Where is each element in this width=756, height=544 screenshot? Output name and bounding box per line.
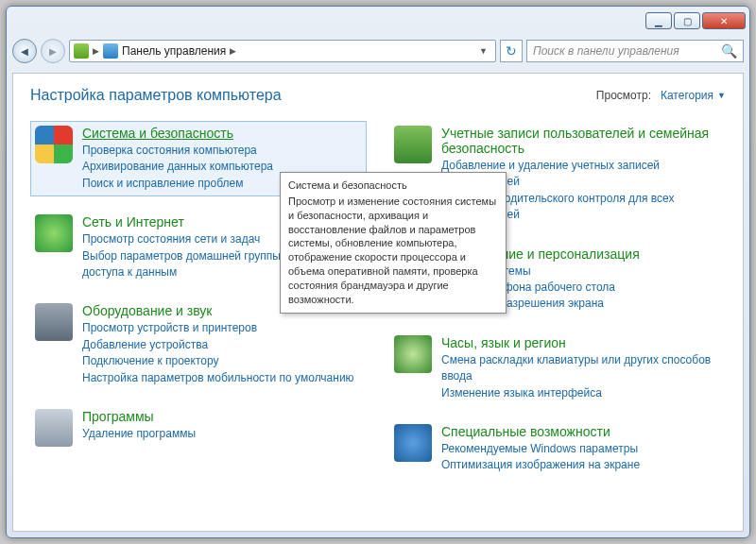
- back-button[interactable]: ◄: [12, 39, 37, 63]
- refresh-button[interactable]: ↻: [500, 40, 523, 62]
- tooltip: Система и безопасность Просмотр и измене…: [280, 172, 507, 314]
- chevron-down-icon: ▼: [717, 91, 726, 100]
- category-body: Специальные возможностиРекомендуемые Win…: [441, 424, 721, 474]
- titlebar: ▁ ▢ ✕: [7, 7, 749, 35]
- category-clock[interactable]: Часы, язык и регионСмена раскладки клави…: [389, 331, 726, 406]
- chevron-right-icon: ▶: [93, 46, 99, 56]
- view-selector: Просмотр: Категория ▼: [596, 89, 726, 102]
- category-link[interactable]: Добавление устройства: [82, 337, 362, 353]
- address-bar[interactable]: ▶ Панель управления ▶ ▼: [69, 40, 496, 62]
- category-title[interactable]: Сеть и Интернет: [82, 214, 184, 230]
- programs-icon: [35, 409, 73, 447]
- clock-icon: [394, 335, 432, 373]
- category-body: Часы, язык и регионСмена раскладки клави…: [441, 335, 721, 401]
- category-link[interactable]: Подключение к проектору: [82, 353, 362, 369]
- category-link[interactable]: Проверка состояния компьютера: [82, 143, 362, 159]
- system-security-icon: [35, 126, 73, 163]
- category-body: ПрограммыУдаление программы: [82, 409, 362, 447]
- search-icon[interactable]: 🔍: [721, 43, 737, 59]
- control-panel-window: ▁ ▢ ✕ ◄ ► ▶ Панель управления ▶ ▼ ↻ Поис…: [6, 6, 750, 538]
- category-title[interactable]: Специальные возможности: [441, 424, 610, 439]
- category-link[interactable]: Смена раскладки клавиатуры или других сп…: [441, 352, 721, 385]
- hardware-icon: [35, 303, 73, 341]
- search-input[interactable]: Поиск в панели управления 🔍: [526, 40, 744, 62]
- forward-button[interactable]: ►: [41, 39, 65, 63]
- system-icon: [74, 43, 89, 59]
- category-title[interactable]: Программы: [82, 409, 154, 424]
- content-area: Настройка параметров компьютера Просмотр…: [12, 73, 744, 532]
- category-link[interactable]: Изменение языка интерфейса: [441, 385, 721, 401]
- category-link[interactable]: Удаление программы: [82, 426, 362, 442]
- control-panel-icon: [103, 43, 118, 59]
- tooltip-body: Просмотр и изменение состояния системы и…: [288, 195, 498, 307]
- category-link[interactable]: Просмотр устройств и принтеров: [82, 320, 362, 336]
- category-title[interactable]: Система и безопасность: [82, 126, 233, 141]
- search-placeholder: Поиск в панели управления: [533, 44, 679, 58]
- category-title[interactable]: Учетные записи пользователей и семейная …: [441, 126, 721, 156]
- address-dropdown-icon[interactable]: ▼: [475, 46, 491, 56]
- chevron-right-icon[interactable]: ▶: [230, 46, 236, 56]
- category-link[interactable]: Рекомендуемые Windows параметры: [441, 441, 721, 457]
- category-access[interactable]: Специальные возможностиРекомендуемые Win…: [389, 419, 726, 479]
- view-dropdown[interactable]: Категория ▼: [661, 89, 726, 102]
- category-link[interactable]: Оптимизация изображения на экране: [441, 457, 721, 473]
- close-button[interactable]: ✕: [702, 12, 746, 29]
- category-programs[interactable]: ПрограммыУдаление программы: [30, 404, 367, 451]
- category-title[interactable]: Часы, язык и регион: [441, 335, 566, 350]
- page-title: Настройка параметров компьютера: [30, 87, 282, 104]
- view-value: Категория: [661, 89, 713, 102]
- header-row: Настройка параметров компьютера Просмотр…: [30, 87, 726, 104]
- category-link[interactable]: Настройка параметров мобильности по умол…: [82, 370, 362, 386]
- category-body: Оборудование и звукПросмотр устройств и …: [82, 303, 362, 386]
- users-icon: [394, 126, 432, 163]
- tooltip-title: Система и безопасность: [288, 178, 498, 193]
- network-icon: [35, 214, 73, 252]
- breadcrumb-text[interactable]: Панель управления: [122, 44, 226, 58]
- category-title[interactable]: Оборудование и звук: [82, 303, 213, 318]
- maximize-button[interactable]: ▢: [674, 12, 700, 29]
- navbar: ◄ ► ▶ Панель управления ▶ ▼ ↻ Поиск в па…: [7, 35, 749, 67]
- view-label: Просмотр:: [596, 89, 651, 102]
- access-icon: [394, 424, 432, 462]
- minimize-button[interactable]: ▁: [645, 12, 672, 29]
